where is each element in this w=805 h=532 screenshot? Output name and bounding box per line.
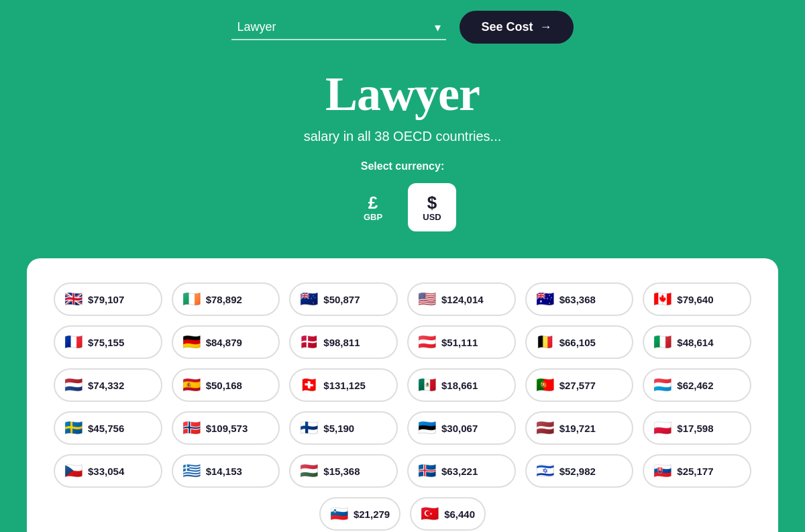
country-flag: 🇨🇿 bbox=[64, 462, 83, 480]
list-item[interactable]: 🇸🇪$45,756 bbox=[54, 411, 162, 445]
usd-code: USD bbox=[423, 213, 441, 221]
salary-value: $21,279 bbox=[354, 509, 390, 520]
list-item[interactable]: 🇪🇸$50,168 bbox=[172, 368, 280, 402]
list-item[interactable]: 🇵🇹$27,577 bbox=[525, 368, 634, 402]
country-flag: 🇱🇺 bbox=[653, 376, 672, 394]
country-flag: 🇦🇹 bbox=[418, 333, 436, 351]
salary-value: $66,105 bbox=[559, 337, 596, 348]
country-flag: 🇨🇦 bbox=[653, 290, 672, 308]
list-item[interactable]: 🇸🇰$25,177 bbox=[643, 454, 751, 488]
gbp-symbol: £ bbox=[368, 194, 378, 211]
salary-value: $15,368 bbox=[323, 466, 360, 477]
salary-value: $109,573 bbox=[206, 423, 248, 434]
usd-symbol: $ bbox=[427, 194, 437, 211]
salary-value: $63,221 bbox=[441, 466, 478, 477]
list-item[interactable]: 🇳🇴$109,573 bbox=[172, 411, 280, 445]
salary-value: $33,054 bbox=[88, 466, 124, 477]
country-flag: 🇺🇸 bbox=[418, 290, 436, 308]
gbp-code: GBP bbox=[364, 213, 382, 221]
see-cost-button[interactable]: See Cost → bbox=[460, 11, 573, 44]
list-item[interactable]: 🇱🇻$19,721 bbox=[525, 411, 634, 445]
country-flag: 🇳🇿 bbox=[300, 290, 318, 308]
list-item[interactable]: 🇳🇿$50,877 bbox=[289, 282, 398, 316]
country-flag: 🇸🇮 bbox=[330, 505, 348, 523]
salary-value: $27,577 bbox=[559, 380, 596, 391]
country-flag: 🇵🇹 bbox=[536, 376, 554, 394]
country-flag: 🇫🇮 bbox=[300, 419, 318, 437]
salary-value: $79,640 bbox=[677, 294, 713, 305]
salary-value: $51,111 bbox=[441, 337, 478, 348]
list-item[interactable]: 🇮🇸$63,221 bbox=[407, 454, 516, 488]
country-flag: 🇩🇪 bbox=[182, 333, 201, 351]
salary-value: $50,877 bbox=[323, 294, 360, 305]
list-item[interactable]: 🇺🇸$124,014 bbox=[407, 282, 516, 316]
country-flag: 🇮🇱 bbox=[536, 462, 554, 480]
salary-value: $50,168 bbox=[206, 380, 242, 391]
salary-value: $62,462 bbox=[677, 380, 713, 391]
salary-value: $131,125 bbox=[323, 380, 366, 391]
salary-value: $14,153 bbox=[206, 466, 242, 477]
last-row: 🇸🇮$21,279🇹🇷$6,440 bbox=[54, 497, 751, 531]
list-item[interactable]: 🇦🇹$51,111 bbox=[407, 325, 516, 359]
list-item[interactable]: 🇩🇰$98,811 bbox=[289, 325, 398, 359]
hero-section: Lawyer salary in all 38 OECD countries..… bbox=[0, 54, 805, 258]
salary-value: $75,155 bbox=[88, 337, 124, 348]
salary-value: $5,190 bbox=[323, 423, 354, 434]
salary-value: $52,982 bbox=[559, 466, 596, 477]
country-flag: 🇭🇺 bbox=[300, 462, 318, 480]
header: LawyerDoctorEngineerTeacherNurseAccounta… bbox=[0, 0, 805, 54]
usd-currency-button[interactable]: $ USD bbox=[408, 183, 456, 231]
country-flag: 🇮🇹 bbox=[653, 333, 672, 351]
salary-value: $98,811 bbox=[323, 337, 360, 348]
list-item[interactable]: 🇭🇺$15,368 bbox=[289, 454, 398, 488]
salary-value: $45,756 bbox=[88, 423, 124, 434]
salary-cards-container: 🇬🇧$79,107🇮🇪$78,892🇳🇿$50,877🇺🇸$124,014🇦🇺$… bbox=[27, 258, 778, 532]
list-item[interactable]: 🇫🇷$75,155 bbox=[54, 325, 162, 359]
list-item[interactable]: 🇹🇷$6,440 bbox=[410, 497, 486, 531]
country-flag: 🇮🇪 bbox=[182, 290, 201, 308]
country-flag: 🇵🇱 bbox=[653, 419, 672, 437]
list-item[interactable]: 🇦🇺$63,368 bbox=[525, 282, 634, 316]
country-flag: 🇬🇷 bbox=[182, 462, 201, 480]
list-item[interactable]: 🇮🇪$78,892 bbox=[172, 282, 280, 316]
list-item[interactable]: 🇩🇪$84,879 bbox=[172, 325, 280, 359]
list-item[interactable]: 🇨🇭$131,125 bbox=[289, 368, 398, 402]
country-flag: 🇫🇷 bbox=[64, 333, 83, 351]
country-flag: 🇪🇪 bbox=[418, 419, 436, 437]
list-item[interactable]: 🇫🇮$5,190 bbox=[289, 411, 398, 445]
country-flag: 🇩🇰 bbox=[300, 333, 318, 351]
salary-value: $74,332 bbox=[88, 380, 124, 391]
country-flag: 🇲🇽 bbox=[418, 376, 436, 394]
salary-value: $84,879 bbox=[206, 337, 242, 348]
country-flag: 🇳🇴 bbox=[182, 419, 201, 437]
salary-value: $18,661 bbox=[441, 380, 478, 391]
page-title: Lawyer bbox=[13, 68, 792, 121]
gbp-currency-button[interactable]: £ GBP bbox=[349, 183, 397, 231]
list-item[interactable]: 🇨🇦$79,640 bbox=[643, 282, 751, 316]
salary-value: $124,014 bbox=[441, 294, 484, 305]
country-flag: 🇸🇪 bbox=[64, 419, 83, 437]
list-item[interactable]: 🇬🇷$14,153 bbox=[172, 454, 280, 488]
list-item[interactable]: 🇮🇹$48,614 bbox=[643, 325, 751, 359]
country-flag: 🇳🇱 bbox=[64, 376, 83, 394]
see-cost-label: See Cost bbox=[481, 20, 533, 34]
list-item[interactable]: 🇸🇮$21,279 bbox=[319, 497, 400, 531]
currency-label: Select currency: bbox=[13, 160, 792, 172]
list-item[interactable]: 🇵🇱$17,598 bbox=[643, 411, 751, 445]
salary-value: $17,598 bbox=[677, 423, 713, 434]
salary-value: $78,892 bbox=[206, 294, 242, 305]
list-item[interactable]: 🇪🇪$30,067 bbox=[407, 411, 516, 445]
list-item[interactable]: 🇮🇱$52,982 bbox=[525, 454, 634, 488]
country-flag: 🇮🇸 bbox=[418, 462, 436, 480]
salary-value: $19,721 bbox=[559, 423, 596, 434]
currency-options: £ GBP $ USD bbox=[13, 183, 792, 231]
list-item[interactable]: 🇨🇿$33,054 bbox=[54, 454, 162, 488]
salary-value: $79,107 bbox=[88, 294, 124, 305]
list-item[interactable]: 🇬🇧$79,107 bbox=[54, 282, 162, 316]
list-item[interactable]: 🇱🇺$62,462 bbox=[643, 368, 751, 402]
salary-value: $48,614 bbox=[677, 337, 713, 348]
list-item[interactable]: 🇳🇱$74,332 bbox=[54, 368, 162, 402]
list-item[interactable]: 🇧🇪$66,105 bbox=[525, 325, 634, 359]
list-item[interactable]: 🇲🇽$18,661 bbox=[407, 368, 516, 402]
profession-select[interactable]: LawyerDoctorEngineerTeacherNurseAccounta… bbox=[231, 15, 446, 40]
